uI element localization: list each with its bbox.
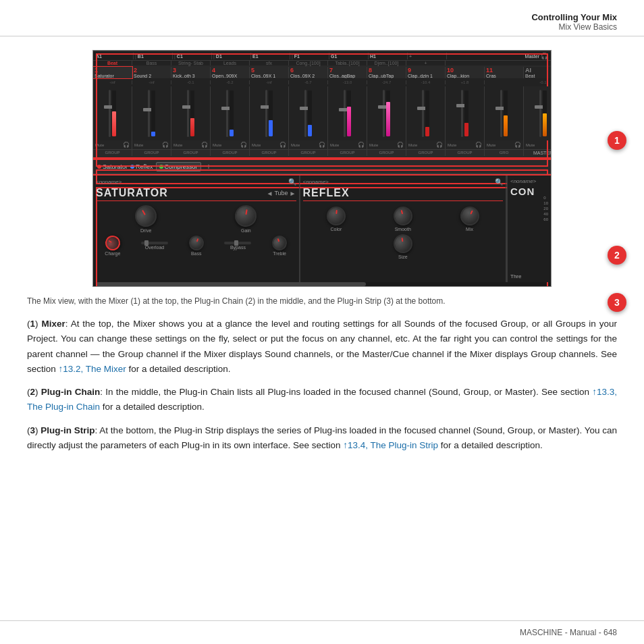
ch-8[interactable]: 8 Clap..ubTap: [367, 67, 406, 78]
mute-11[interactable]: Mute 🎧: [485, 140, 524, 149]
color-knob[interactable]: [326, 206, 346, 226]
fader-6[interactable]: [289, 86, 328, 140]
bass-knob[interactable]: [187, 234, 206, 252]
p2-term: Plug-in Chain: [41, 387, 100, 397]
page-header: Controlling Your Mix Mix View Basics: [0, 0, 644, 36]
bypass-label: Bypass: [230, 245, 246, 250]
group-name-bass: Bass: [132, 61, 171, 65]
fader-4[interactable]: [211, 86, 250, 140]
ch-4[interactable]: 4 Open..909X: [211, 67, 250, 78]
mix-label: Mix: [466, 227, 473, 232]
scroll-bar[interactable]: [93, 282, 551, 286]
group-name-plus[interactable]: +: [406, 61, 446, 65]
fader-2[interactable]: [132, 86, 171, 140]
mixer-group-header-row: A1 |B1 |C1 |D1 E1 |F1: [93, 52, 551, 61]
size-knob[interactable]: [392, 233, 414, 254]
mute-6[interactable]: Mute 🎧: [289, 140, 328, 149]
fader-10[interactable]: [446, 86, 485, 140]
mute-row: Mute 🎧 Mute 🎧 Mute 🎧 Mute 🎧: [93, 140, 551, 149]
mute-4[interactable]: Mute 🎧: [211, 140, 250, 149]
ch-9[interactable]: 9 Clap..dzin 1: [406, 67, 446, 78]
reflex-search-icon[interactable]: 🔍: [495, 178, 503, 186]
ch-1[interactable]: 1 Saturator: [93, 67, 132, 78]
comp-meter-label-40: 40: [543, 212, 548, 216]
badge-2: 2: [608, 246, 626, 265]
ch-ai[interactable]: AI Beat: [524, 67, 552, 78]
fader-ai[interactable]: [524, 86, 552, 140]
mute-1[interactable]: Mute 🎧: [93, 140, 132, 149]
gain-knob[interactable]: [234, 203, 259, 228]
master-header: Master 🎧: [510, 53, 549, 59]
p1-link[interactable]: ↑13.2, The Mixer: [59, 364, 126, 374]
ch-2[interactable]: 2 Sound 2: [132, 67, 171, 78]
bypass-slider[interactable]: [224, 242, 251, 244]
plugin-chain-saturator[interactable]: Saturator: [97, 163, 128, 170]
fader-8[interactable]: [367, 86, 406, 140]
plugin-chain-reflex[interactable]: Reflex: [130, 163, 153, 170]
p2-text-before: : In the middle, the Plug-in Chain lists…: [100, 387, 592, 397]
preset-next-arrow[interactable]: ►: [290, 190, 296, 197]
drive-knob[interactable]: [131, 201, 161, 231]
footer-text: MASCHINE - Manual - 648: [520, 628, 617, 637]
preset-prev-arrow[interactable]: ◄: [267, 190, 273, 197]
db-8: -24.7: [367, 80, 406, 84]
group-header-plus[interactable]: +: [408, 53, 447, 59]
group-lbl-1: GROUP: [93, 149, 132, 156]
fader-9[interactable]: [406, 86, 446, 140]
fader-7[interactable]: [328, 86, 367, 140]
fader-1[interactable]: [93, 86, 132, 140]
db-5: -inf: [250, 80, 289, 84]
db-9: -10.4: [406, 80, 446, 84]
ch-3[interactable]: 3 Kick..oth 3: [171, 67, 211, 78]
comp-meter-label-20: 20: [543, 207, 548, 211]
treble-knob[interactable]: [270, 234, 289, 252]
mute-7[interactable]: Mute 🎧: [328, 140, 367, 149]
mute-8[interactable]: Mute 🎧: [367, 140, 406, 149]
mute-3[interactable]: Mute 🎧: [171, 140, 211, 149]
mix-knob-group: Mix: [460, 207, 479, 232]
scroll-thumb[interactable]: [96, 282, 366, 286]
compressor-dot: [159, 165, 163, 169]
group-lbl-6: GROUP: [289, 149, 328, 156]
reflex-size-row: Size: [303, 234, 504, 259]
page-footer: MASCHINE - Manual - 648: [0, 620, 644, 644]
ch-6[interactable]: 6 Clos..09X 2: [289, 67, 328, 78]
mute-10[interactable]: Mute 🎧: [446, 140, 485, 149]
group-header-c1: |C1: [173, 53, 212, 59]
plugin-chain-compressor[interactable]: Compressor: [156, 162, 201, 171]
mute-2[interactable]: Mute 🎧: [132, 140, 171, 149]
saturator-search-icon[interactable]: 🔍: [288, 178, 296, 186]
body-text: (1) Mixer: At the top, the Mixer shows y…: [27, 317, 617, 453]
ch-10[interactable]: 10 Clap...kion: [446, 67, 485, 78]
ch-5[interactable]: 5 Clos..09X 1: [250, 67, 289, 78]
treble-knob-group: Treble: [272, 236, 287, 256]
overload-label: Overload: [145, 245, 164, 250]
db-ai: -0.1: [524, 80, 552, 84]
mute-5[interactable]: Mute 🎧: [250, 140, 289, 149]
mute-9[interactable]: Mute 🎧: [406, 140, 446, 149]
p1-term: Mixer: [41, 319, 65, 329]
mute-ai[interactable]: Mute 🎧: [524, 140, 552, 149]
p3-link[interactable]: ↑13.4, The Plug-in Strip: [343, 440, 438, 450]
charge-knob[interactable]: [103, 233, 123, 253]
page-subtitle: Mix View Basics: [27, 22, 617, 32]
gain-label: Gain: [241, 228, 251, 233]
smooth-knob[interactable]: [392, 205, 414, 227]
comp-meter-label-0: 0: [543, 196, 548, 200]
mix-knob[interactable]: [457, 203, 482, 228]
reflex-panel: <noname> 🔍 REFLEX Color: [300, 176, 507, 282]
overload-slider[interactable]: [141, 242, 168, 244]
plugin-chain-add-button[interactable]: +: [204, 162, 214, 171]
fader-11[interactable]: [485, 86, 524, 140]
paragraph-3: (3) Plug-in Strip: At the bottom, the Pl…: [27, 423, 617, 454]
bass-knob-group: Bass: [189, 236, 204, 256]
mixer-section: A1 |B1 |C1 |D1 E1 |F1: [93, 51, 551, 159]
ch-11[interactable]: 11 Cras: [485, 67, 524, 78]
page-title: Controlling Your Mix: [27, 12, 617, 22]
fader-5[interactable]: [250, 86, 289, 140]
group-name-string: String- Stab: [171, 61, 211, 65]
ch-7[interactable]: 7 Clos..agBap: [328, 67, 367, 78]
fader-3[interactable]: [171, 86, 211, 140]
db-7: -13.0: [328, 80, 367, 84]
p1-text-after: for a de­tailed description.: [126, 364, 231, 374]
